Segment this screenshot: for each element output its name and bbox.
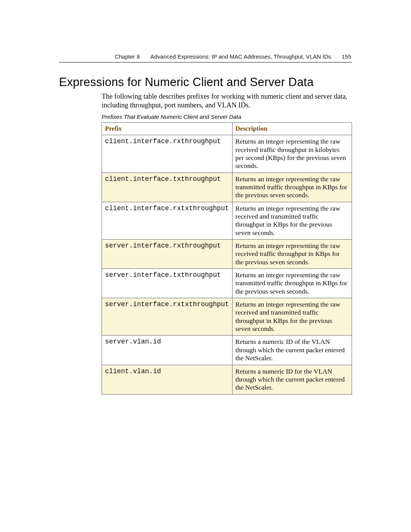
cell-desc: Returns an integer representing the raw …	[232, 135, 352, 173]
header-page: 155	[342, 53, 351, 60]
cell-prefix: server.interface.rxthroughput	[102, 240, 233, 269]
intro-paragraph: The following table describes prefixes f…	[102, 92, 352, 110]
table-row: client.interface.rxtxthroughput Returns …	[102, 202, 352, 239]
table-caption: Prefixes That Evaluate Numeric Client an…	[102, 113, 352, 120]
cell-desc: Returns a numeric ID for the VLAN throug…	[232, 365, 352, 394]
cell-prefix: server.vlan.id	[102, 335, 233, 365]
table-row: client.interface.txthroughput Returns an…	[102, 173, 352, 202]
content-block: The following table describes prefixes f…	[102, 92, 352, 395]
cell-prefix: client.interface.txthroughput	[102, 173, 233, 202]
col-description: Description	[232, 123, 352, 135]
table-header-row: Prefix Description	[102, 123, 352, 135]
cell-desc: Returns an integer representing the raw …	[232, 269, 352, 298]
col-prefix: Prefix	[102, 123, 233, 135]
prefix-table: Prefix Description client.interface.rxth…	[102, 122, 352, 394]
table-row: server.interface.rxthroughput Returns an…	[102, 240, 352, 269]
cell-desc: Returns an integer representing the raw …	[232, 202, 352, 239]
page-title: Expressions for Numeric Client and Serve…	[59, 75, 352, 89]
cell-desc: Returns an integer representing the raw …	[232, 240, 352, 269]
page: Chapter 8 Advanced Expressions: IP and M…	[0, 0, 411, 395]
header-title: Advanced Expressions: IP and MAC Address…	[150, 53, 331, 60]
cell-prefix: client.interface.rxthroughput	[102, 135, 233, 173]
header-chapter: Chapter 8	[115, 53, 140, 60]
header-divider	[59, 62, 352, 62]
cell-prefix: server.interface.txthroughput	[102, 269, 233, 298]
cell-desc: Returns an integer representing the raw …	[232, 298, 352, 335]
cell-desc: Returns a numeric ID of the VLAN through…	[232, 335, 352, 365]
cell-prefix: server.interface.rxtxthroughput	[102, 298, 233, 335]
running-header: Chapter 8 Advanced Expressions: IP and M…	[59, 53, 352, 60]
table-row: client.interface.rxthroughput Returns an…	[102, 135, 352, 173]
table-row: client.vlan.id Returns a numeric ID for …	[102, 365, 352, 394]
table-row: server.vlan.id Returns a numeric ID of t…	[102, 335, 352, 365]
cell-prefix: client.interface.rxtxthroughput	[102, 202, 233, 239]
table-row: server.interface.rxtxthroughput Returns …	[102, 298, 352, 335]
table-row: server.interface.txthroughput Returns an…	[102, 269, 352, 298]
cell-prefix: client.vlan.id	[102, 365, 233, 394]
cell-desc: Returns an integer representing the raw …	[232, 173, 352, 202]
